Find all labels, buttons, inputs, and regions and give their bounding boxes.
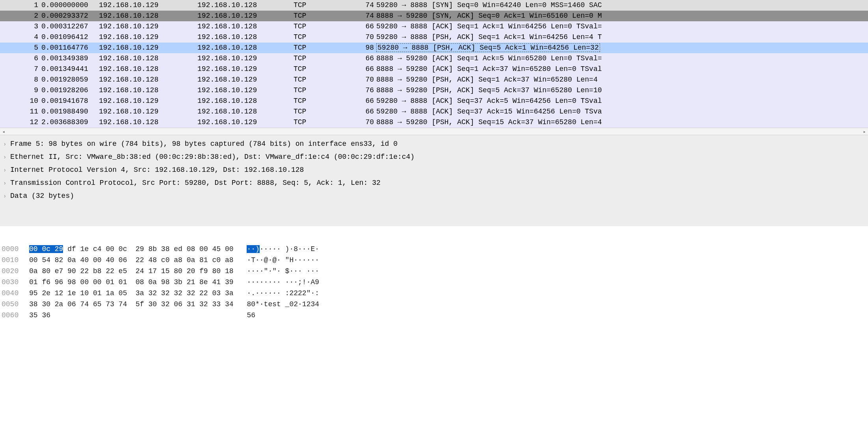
col-time: 0.001164776 [41, 43, 97, 53]
col-src: 192.168.10.129 [97, 43, 195, 53]
col-info: 59280 → 8888 [PSH, ACK] Seq=1 Ack=1 Win=… [376, 32, 868, 43]
col-time: 0.001928206 [41, 85, 97, 96]
col-len: 70 [349, 117, 376, 128]
packet-row[interactable]: 60.001349389192.168.10.128192.168.10.129… [0, 53, 868, 64]
col-prot: TCP [294, 85, 349, 96]
hex-offset: 0030 [0, 277, 29, 288]
col-prot: TCP [294, 32, 349, 43]
col-dst: 192.168.10.128 [195, 0, 294, 11]
hex-bytes: 35 36 [29, 310, 234, 321]
detail-text: Data (32 bytes) [10, 190, 74, 201]
packet-row[interactable]: 40.001096412192.168.10.129192.168.10.128… [0, 32, 868, 43]
packet-list-hscroll[interactable]: ◂ ▸ [0, 128, 868, 135]
detail-text: Ethernet II, Src: VMware_8b:38:ed (00:0c… [10, 151, 414, 162]
hex-ascii: ····"·"· $··· ··· [234, 266, 319, 277]
packet-list-table[interactable]: 10.000000000192.168.10.129192.168.10.128… [0, 0, 868, 128]
col-info: 59280 → 8888 [SYN] Seq=0 Win=64240 Len=0… [376, 0, 868, 11]
packet-details-pane[interactable]: ›Frame 5: 98 bytes on wire (784 bits), 9… [0, 135, 868, 226]
packet-row[interactable]: 122.003688309192.168.10.128192.168.10.12… [0, 117, 868, 128]
col-no: 9 [4, 85, 41, 96]
col-src: 192.168.10.129 [97, 96, 195, 106]
col-len: 66 [349, 106, 376, 117]
packet-row[interactable]: 10.000000000192.168.10.129192.168.10.128… [0, 0, 868, 11]
col-dst: 192.168.10.129 [195, 11, 294, 21]
hex-ascii: ··)····· )·8···E· [234, 244, 319, 255]
col-len: 70 [349, 74, 376, 85]
row-spacer [0, 85, 4, 96]
col-no: 10 [4, 96, 41, 106]
selected-info-box: 59280 → 8888 [PSH, ACK] Seq=5 Ack=1 Win=… [376, 43, 600, 52]
col-len: 76 [349, 85, 376, 96]
hex-dump-pane[interactable]: 000000 0c 29 df 1e c4 00 0c 29 8b 38 ed … [0, 242, 868, 325]
tree-expand-icon[interactable]: › [3, 139, 10, 150]
col-len: 70 [349, 32, 376, 43]
col-time: 0.001988490 [41, 106, 97, 117]
row-spacer [0, 21, 4, 32]
col-prot: TCP [294, 53, 349, 64]
detail-tree-item[interactable]: ›Transmission Control Protocol, Src Port… [0, 177, 868, 190]
hex-row[interactable]: 004095 2e 12 1e 10 01 1a 05 3a 32 32 32 … [0, 288, 868, 299]
hex-row[interactable]: 006035 36 56 [0, 310, 868, 321]
col-info: 8888 → 59280 [PSH, ACK] Seq=15 Ack=37 Wi… [376, 117, 868, 128]
tree-expand-icon[interactable]: › [3, 165, 10, 176]
col-dst: 192.168.10.128 [195, 43, 294, 53]
scroll-right-icon[interactable]: ▸ [861, 128, 868, 136]
scroll-left-icon[interactable]: ◂ [0, 128, 7, 136]
col-no: 8 [4, 74, 41, 85]
packet-row[interactable]: 50.001164776192.168.10.129192.168.10.128… [0, 43, 868, 53]
detail-tree-item[interactable]: ›Internet Protocol Version 4, Src: 192.1… [0, 164, 868, 177]
hex-row[interactable]: 001000 54 82 0a 40 00 40 06 22 48 c0 a8 … [0, 255, 868, 266]
col-time: 0.001349389 [41, 53, 97, 64]
col-info: 8888 → 59280 [ACK] Seq=1 Ack=37 Win=6528… [376, 64, 868, 74]
col-no: 3 [4, 21, 41, 32]
col-info: 59280 → 8888 [ACK] Seq=37 Ack=5 Win=6425… [376, 96, 868, 106]
tree-expand-icon[interactable]: › [3, 191, 10, 202]
col-prot: TCP [294, 11, 349, 21]
col-src: 192.168.10.128 [97, 117, 195, 128]
packet-row[interactable]: 100.001941678192.168.10.129192.168.10.12… [0, 96, 868, 106]
col-no: 1 [4, 0, 41, 11]
col-time: 0.000293372 [41, 11, 97, 21]
hex-row[interactable]: 00200a 80 e7 90 22 b8 22 e5 24 17 15 80 … [0, 266, 868, 277]
col-len: 66 [349, 96, 376, 106]
col-no: 4 [4, 32, 41, 43]
hex-ascii: ········ ···;!·A9 [234, 277, 319, 288]
col-time: 0.001928059 [41, 74, 97, 85]
hex-row[interactable]: 005038 30 2a 06 74 65 73 74 5f 30 32 06 … [0, 299, 868, 310]
row-spacer [0, 74, 4, 85]
hex-row[interactable]: 000000 0c 29 df 1e c4 00 0c 29 8b 38 ed … [0, 244, 868, 255]
col-prot: TCP [294, 43, 349, 53]
col-time: 0.000312267 [41, 21, 97, 32]
packet-row[interactable]: 90.001928206192.168.10.128192.168.10.129… [0, 85, 868, 96]
packet-row[interactable]: 30.000312267192.168.10.129192.168.10.128… [0, 21, 868, 32]
detail-tree-item[interactable]: ›Data (32 bytes) [0, 190, 868, 203]
row-spacer [0, 53, 4, 64]
col-time: 0.001941678 [41, 96, 97, 106]
col-no: 11 [4, 106, 41, 117]
col-src: 192.168.10.129 [97, 32, 195, 43]
col-prot: TCP [294, 0, 349, 11]
packet-row[interactable]: 70.001349441192.168.10.128192.168.10.129… [0, 64, 868, 74]
col-len: 98 [349, 43, 376, 53]
col-no: 2 [4, 11, 41, 21]
ascii-highlight: ··) [247, 245, 259, 253]
col-info: 59280 → 8888 [ACK] Seq=37 Ack=15 Win=642… [376, 106, 868, 117]
tree-expand-icon[interactable]: › [3, 152, 10, 163]
tree-expand-icon[interactable]: › [3, 178, 10, 189]
row-spacer [0, 43, 4, 53]
col-dst: 192.168.10.129 [195, 53, 294, 64]
packet-row[interactable]: 110.001988490192.168.10.129192.168.10.12… [0, 106, 868, 117]
col-dst: 192.168.10.128 [195, 96, 294, 106]
packet-row[interactable]: 80.001928059192.168.10.128192.168.10.129… [0, 74, 868, 85]
packet-row[interactable]: 20.000293372192.168.10.128192.168.10.129… [0, 11, 868, 21]
detail-tree-item[interactable]: ›Ethernet II, Src: VMware_8b:38:ed (00:0… [0, 151, 868, 164]
hex-offset: 0060 [0, 310, 29, 321]
col-src: 192.168.10.128 [97, 11, 195, 21]
hex-highlight: 00 0c 29 [29, 245, 63, 253]
hex-offset: 0050 [0, 299, 29, 310]
row-spacer [0, 117, 4, 128]
col-len: 66 [349, 21, 376, 32]
col-dst: 192.168.10.128 [195, 32, 294, 43]
hex-row[interactable]: 003001 f6 96 98 00 00 01 01 08 0a 98 3b … [0, 277, 868, 288]
detail-tree-item[interactable]: ›Frame 5: 98 bytes on wire (784 bits), 9… [0, 138, 868, 151]
